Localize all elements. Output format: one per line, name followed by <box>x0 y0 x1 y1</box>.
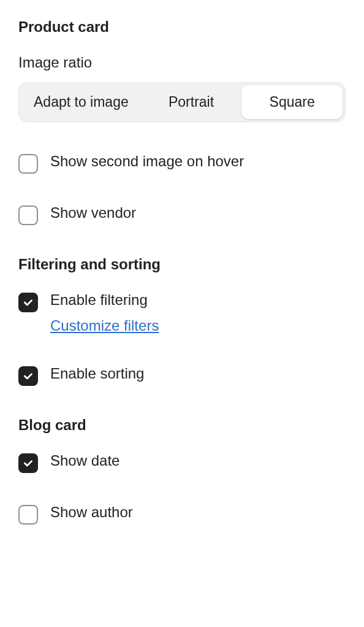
enable-sorting-row: Enable sorting <box>18 365 346 386</box>
enable-sorting-label: Enable sorting <box>50 365 144 382</box>
show-date-row: Show date <box>18 452 346 473</box>
show-second-image-row: Show second image on hover <box>18 153 346 174</box>
segment-adapt-to-image[interactable]: Adapt to image <box>21 85 141 119</box>
product-card-title: Product card <box>18 18 346 36</box>
enable-sorting-checkbox[interactable] <box>18 366 38 386</box>
show-author-content: Show author <box>50 504 133 521</box>
image-ratio-segmented-control: Adapt to image Portrait Square <box>18 82 346 122</box>
customize-filters-link[interactable]: Customize filters <box>50 317 159 334</box>
show-vendor-label: Show vendor <box>50 204 136 221</box>
enable-sorting-content: Enable sorting <box>50 365 144 382</box>
check-icon <box>23 297 34 308</box>
show-date-checkbox[interactable] <box>18 453 38 473</box>
show-second-image-content: Show second image on hover <box>50 153 244 170</box>
filtering-title: Filtering and sorting <box>18 256 346 273</box>
show-vendor-checkbox[interactable] <box>18 206 38 225</box>
enable-filtering-checkbox[interactable] <box>18 293 38 312</box>
blog-card-title: Blog card <box>18 417 346 434</box>
filtering-section: Filtering and sorting Enable filtering C… <box>18 256 346 386</box>
show-second-image-label: Show second image on hover <box>50 153 244 170</box>
enable-filtering-content: Enable filtering Customize filters <box>50 291 159 334</box>
show-author-row: Show author <box>18 504 346 525</box>
show-date-content: Show date <box>50 452 119 469</box>
segment-square[interactable]: Square <box>241 85 343 119</box>
show-second-image-checkbox[interactable] <box>18 154 38 174</box>
show-vendor-row: Show vendor <box>18 204 346 225</box>
image-ratio-label: Image ratio <box>18 54 346 71</box>
product-card-section: Product card Image ratio Adapt to image … <box>18 18 346 225</box>
check-icon <box>23 371 34 382</box>
show-date-label: Show date <box>50 452 119 469</box>
show-author-label: Show author <box>50 504 133 521</box>
show-author-checkbox[interactable] <box>18 505 38 525</box>
check-icon <box>23 458 34 469</box>
show-vendor-content: Show vendor <box>50 204 136 221</box>
enable-filtering-row: Enable filtering Customize filters <box>18 291 346 334</box>
blog-card-section: Blog card Show date Show author <box>18 417 346 525</box>
enable-filtering-label: Enable filtering <box>50 291 159 309</box>
segment-portrait[interactable]: Portrait <box>141 85 242 119</box>
